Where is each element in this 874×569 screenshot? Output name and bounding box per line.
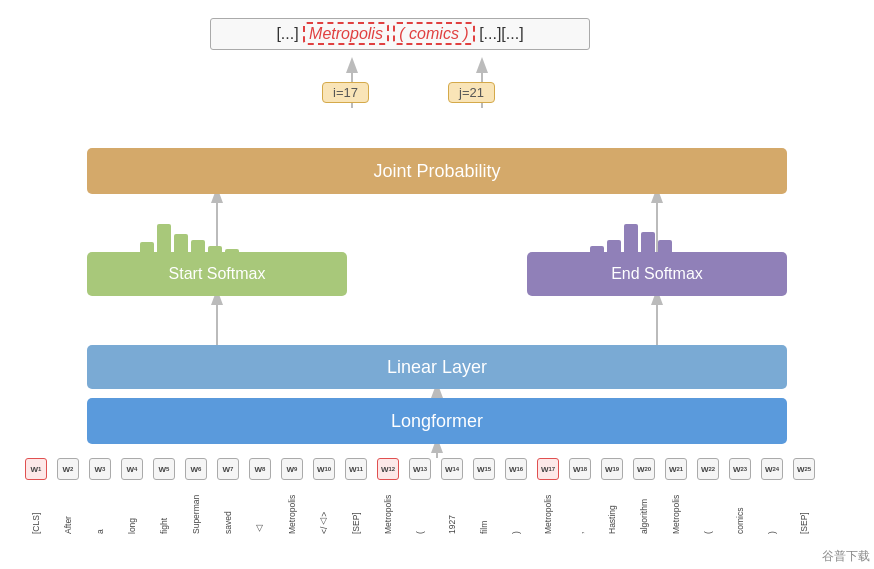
- index-badge-j: j=21: [448, 82, 495, 103]
- token-item-24: W24): [756, 458, 788, 534]
- token-box-7: W7: [217, 458, 239, 480]
- token-label-4: long: [127, 482, 137, 534]
- token-item-11: W11[SEP]: [340, 458, 372, 534]
- token-row: W1[CLS]W2AfterW3aW4longW5fightW6Superman…: [20, 458, 820, 534]
- end-bar-4: [641, 232, 655, 254]
- token-label-19: Hasting: [607, 482, 617, 534]
- suffix-text: [...][...]: [479, 25, 523, 42]
- token-label-15: film: [479, 482, 489, 534]
- token-box-14: W14: [441, 458, 463, 480]
- token-item-3: W3a: [84, 458, 116, 534]
- token-item-16: W16): [500, 458, 532, 534]
- joint-probability-bar: Joint Probability: [87, 148, 787, 194]
- token-label-12: Metropolis: [383, 482, 393, 534]
- token-box-18: W18: [569, 458, 591, 480]
- token-label-7: saved: [223, 482, 233, 534]
- token-label-22: (: [703, 482, 713, 534]
- end-softmax-box: End Softmax: [527, 252, 787, 296]
- token-item-10: W10</△>: [308, 458, 340, 534]
- token-item-6: W6Superman: [180, 458, 212, 534]
- token-item-1: W1[CLS]: [20, 458, 52, 534]
- longformer-bar: Longformer: [87, 398, 787, 444]
- token-label-16: ): [511, 482, 521, 534]
- highlight-comics: ( comics ): [393, 22, 474, 45]
- token-item-25: W25[SEP]: [788, 458, 820, 534]
- token-label-21: Metropolis: [671, 482, 681, 534]
- token-item-17: W17Metropolis: [532, 458, 564, 534]
- token-label-13: (: [415, 482, 425, 534]
- longformer-label: Longformer: [391, 411, 483, 432]
- token-box-2: W2: [57, 458, 79, 480]
- token-box-6: W6: [185, 458, 207, 480]
- token-label-14: 1927: [447, 482, 457, 534]
- token-label-1: [CLS]: [31, 482, 41, 534]
- token-item-13: W13(: [404, 458, 436, 534]
- start-bar-chart: [140, 204, 239, 254]
- token-item-12: W12Metropolis: [372, 458, 404, 534]
- token-label-11: [SEP]: [351, 482, 361, 534]
- bar-2: [157, 224, 171, 254]
- token-box-10: W10: [313, 458, 335, 480]
- token-box-15: W15: [473, 458, 495, 480]
- token-item-5: W5fight: [148, 458, 180, 534]
- token-label-17: Metropolis: [543, 482, 553, 534]
- token-box-8: W8: [249, 458, 271, 480]
- token-box-24: W24: [761, 458, 783, 480]
- token-item-18: W18,: [564, 458, 596, 534]
- token-label-23: comics: [735, 482, 745, 534]
- token-box-21: W21: [665, 458, 687, 480]
- token-box-1: W1: [25, 458, 47, 480]
- token-box-19: W19: [601, 458, 623, 480]
- linear-layer-label: Linear Layer: [387, 357, 487, 378]
- token-label-25: [SEP]: [799, 482, 809, 534]
- token-item-8: W8△: [244, 458, 276, 534]
- token-box-5: W5: [153, 458, 175, 480]
- end-bar-3: [624, 224, 638, 254]
- token-label-10: </△>: [319, 482, 329, 534]
- token-box-25: W25: [793, 458, 815, 480]
- token-label-2: After: [63, 482, 73, 534]
- start-softmax-label: Start Softmax: [169, 265, 266, 283]
- token-label-9: Metropolis: [287, 482, 297, 534]
- token-label-5: fight: [159, 482, 169, 534]
- token-label-18: ,: [575, 482, 585, 534]
- token-box-3: W3: [89, 458, 111, 480]
- end-softmax-label: End Softmax: [611, 265, 703, 283]
- token-label-6: Superman: [191, 482, 201, 534]
- token-box-4: W4: [121, 458, 143, 480]
- token-box-20: W20: [633, 458, 655, 480]
- linear-layer-bar: Linear Layer: [87, 345, 787, 389]
- start-softmax-box: Start Softmax: [87, 252, 347, 296]
- token-box-22: W22: [697, 458, 719, 480]
- token-item-7: W7saved: [212, 458, 244, 534]
- token-box-11: W11: [345, 458, 367, 480]
- token-box-12: W12: [377, 458, 399, 480]
- joint-probability-label: Joint Probability: [373, 161, 500, 182]
- bar-3: [174, 234, 188, 254]
- token-box-23: W23: [729, 458, 751, 480]
- token-item-23: W23comics: [724, 458, 756, 534]
- token-label-24: ): [767, 482, 777, 534]
- token-box-13: W13: [409, 458, 431, 480]
- token-label-3: a: [95, 482, 105, 534]
- token-item-21: W21Metropolis: [660, 458, 692, 534]
- watermark: 谷普下载: [822, 548, 870, 565]
- index-badge-i: i=17: [322, 82, 369, 103]
- token-item-22: W22(: [692, 458, 724, 534]
- token-item-9: W9Metropolis: [276, 458, 308, 534]
- token-box-16: W16: [505, 458, 527, 480]
- token-box-9: W9: [281, 458, 303, 480]
- token-item-2: W2After: [52, 458, 84, 534]
- token-item-19: W19Hasting: [596, 458, 628, 534]
- token-box-17: W17: [537, 458, 559, 480]
- token-item-14: W141927: [436, 458, 468, 534]
- token-label-20: algorithm: [639, 482, 649, 534]
- top-context-box: [...] Metropolis ( comics ) [...][...]: [210, 18, 590, 50]
- end-bar-chart: [590, 204, 672, 254]
- token-item-4: W4long: [116, 458, 148, 534]
- prefix-text: [...]: [276, 25, 298, 42]
- token-item-15: W15film: [468, 458, 500, 534]
- diagram: [...] Metropolis ( comics ) [...][...] i…: [0, 0, 874, 569]
- token-label-8: △: [255, 482, 265, 534]
- token-item-20: W20algorithm: [628, 458, 660, 534]
